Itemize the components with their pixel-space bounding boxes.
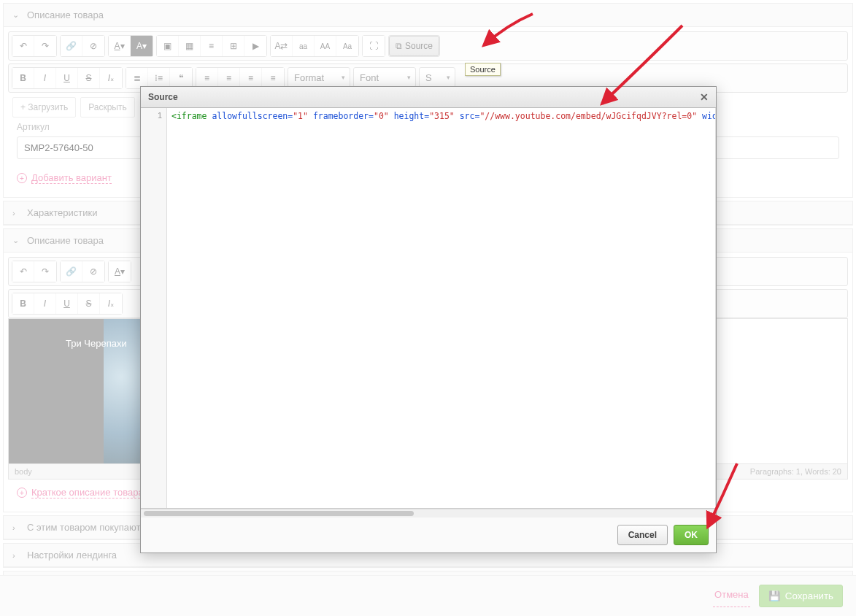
youtube-button[interactable]: ▶ <box>244 36 266 56</box>
removeformat-button[interactable]: Iₓ <box>100 293 122 314</box>
ul-button[interactable]: ⁞≡ <box>148 68 170 88</box>
maximize-button[interactable]: ⛶ <box>363 36 385 56</box>
source-dialog: Source ✕ 1 <iframe allowfullscreen="1" f… <box>140 86 717 553</box>
ol-button[interactable]: ≣ <box>126 68 148 88</box>
undo-button[interactable]: ↶ <box>12 36 34 56</box>
dialog-ok-button[interactable]: OK <box>674 525 709 545</box>
align-justify-button[interactable]: ≡ <box>262 68 284 88</box>
format-select[interactable]: Format <box>288 67 350 88</box>
capitalize-button[interactable]: Aa <box>336 36 358 56</box>
plus-circle-icon: + <box>17 488 27 498</box>
image-button[interactable]: ▣ <box>157 36 179 56</box>
unlink-button[interactable]: ⊘ <box>82 36 104 56</box>
bgcolor-button[interactable]: A▾ <box>131 36 153 56</box>
italic-button[interactable]: I <box>34 293 56 314</box>
body-path: body <box>15 467 32 476</box>
save-button[interactable]: 💾 Сохранить <box>759 585 843 607</box>
align-left-button[interactable]: ≡ <box>196 68 218 88</box>
align-right-button[interactable]: ≡ <box>240 68 262 88</box>
source-tooltip: Source <box>465 63 501 76</box>
textcolor-button[interactable]: A▾ <box>109 261 131 282</box>
bold-button[interactable]: B <box>12 68 34 88</box>
table-button[interactable]: ▦ <box>179 36 201 56</box>
dialog-title-text: Source <box>148 92 178 102</box>
page-footer: Отмена 💾 Сохранить <box>0 575 856 616</box>
source-icon: ⧉ <box>396 41 402 51</box>
quote-button[interactable]: ❝ <box>170 68 192 88</box>
align-center-button[interactable]: ≡ <box>218 68 240 88</box>
textcolor-button[interactable]: A▾ <box>109 36 131 56</box>
section-header-description[interactable]: ⌄ Описание товара <box>4 4 852 27</box>
redo-button[interactable]: ↷ <box>34 36 56 56</box>
chevron-right-icon: › <box>12 551 21 560</box>
uppercase-button[interactable]: AA <box>315 36 336 56</box>
plus-icon: + <box>20 102 26 112</box>
line-gutter: 1 <box>141 108 167 508</box>
strike-button[interactable]: S <box>78 68 100 88</box>
hr-button[interactable]: ≡ <box>201 36 223 56</box>
chevron-down-icon: ⌄ <box>12 10 21 20</box>
link-button[interactable]: 🔗 <box>61 36 82 56</box>
removeformat-button[interactable]: Iₓ <box>100 68 122 88</box>
undo-button[interactable]: ↶ <box>12 261 34 282</box>
source-code-area[interactable]: <iframe allowfullscreen="1" frameborder=… <box>167 108 716 508</box>
save-icon: 💾 <box>768 590 781 601</box>
video-caption: Три Черепахи <box>66 338 127 349</box>
upload-button[interactable]: + Загрузить <box>12 97 76 118</box>
replace-button[interactable]: A⇄ <box>271 36 293 56</box>
chevron-right-icon: › <box>12 523 21 532</box>
dialog-hscrollbar[interactable] <box>141 509 716 517</box>
iframe-button[interactable]: ⊞ <box>223 36 244 56</box>
underline-button[interactable]: U <box>56 293 78 314</box>
font-select[interactable]: Font <box>353 67 416 88</box>
editor-toolbar-1: ↶↷ 🔗⊘ A▾A▾ ▣ ▦ ≡ ⊞ ▶ A⇄ aa AA Aa ⛶ ⧉Sour… <box>8 31 848 61</box>
section-title: Описание товара <box>27 9 104 20</box>
italic-button[interactable]: I <box>34 68 56 88</box>
size-select[interactable]: S <box>419 67 455 88</box>
plus-circle-icon: + <box>17 173 27 183</box>
source-button[interactable]: ⧉Source <box>389 36 439 56</box>
unlink-button[interactable]: ⊘ <box>82 261 104 282</box>
dialog-cancel-button[interactable]: Cancel <box>617 525 668 545</box>
dialog-titlebar[interactable]: Source ✕ <box>141 87 716 108</box>
bold-button[interactable]: B <box>12 293 34 314</box>
strike-button[interactable]: S <box>78 293 100 314</box>
underline-button[interactable]: U <box>56 68 78 88</box>
source-button-label: Source <box>405 41 433 51</box>
chevron-down-icon: ⌄ <box>12 236 21 245</box>
close-icon[interactable]: ✕ <box>700 91 709 103</box>
expand-button[interactable]: Раскрыть <box>80 97 135 118</box>
redo-button[interactable]: ↷ <box>34 261 56 282</box>
lowercase-button[interactable]: aa <box>293 36 315 56</box>
link-button[interactable]: 🔗 <box>61 261 82 282</box>
editor-stats: Paragraphs: 1, Words: 20 <box>750 467 841 476</box>
cancel-link[interactable]: Отмена <box>713 585 750 607</box>
chevron-right-icon: › <box>12 209 21 217</box>
